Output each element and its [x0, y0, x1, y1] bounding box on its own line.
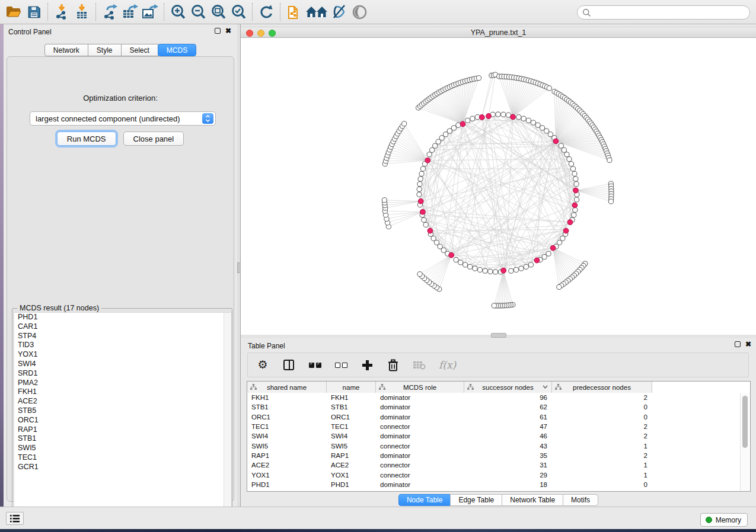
save-session-button[interactable] — [24, 2, 44, 21]
table-row[interactable]: TEC1TEC1connector472 — [247, 422, 741, 431]
import-network-button[interactable] — [52, 2, 72, 21]
task-history-button[interactable] — [6, 512, 24, 525]
unchecked-boxes-icon — [335, 363, 347, 368]
tab-network-table[interactable]: Network Table — [502, 494, 563, 506]
mcds-result-item[interactable]: STB5 — [14, 406, 231, 416]
mcds-result-item[interactable]: SWI4 — [14, 360, 231, 369]
settings-gear-button[interactable]: ⚙ — [256, 358, 269, 372]
delete-table-button-disabled — [413, 358, 426, 372]
close-panel-button[interactable]: Close panel — [123, 132, 184, 146]
mcds-result-item[interactable]: GCR1 — [14, 463, 231, 472]
mcds-result-item[interactable]: SWI5 — [14, 444, 231, 453]
zoom-out-icon — [190, 4, 206, 20]
function-builder-button-disabled: f(x) — [439, 358, 456, 372]
node-table[interactable]: shared namenameMCDS rolesuccessor nodesp… — [247, 381, 751, 492]
table-scrollbar-thumb[interactable] — [742, 396, 748, 448]
window-minimize-button[interactable] — [257, 30, 264, 37]
table-row[interactable]: SWI4SWI4dominator462 — [247, 431, 741, 441]
memory-button[interactable]: Memory — [700, 513, 748, 527]
table-row[interactable]: RAP1RAP1dominator352 — [247, 451, 741, 460]
network-graph-svg[interactable] — [241, 38, 756, 335]
network-canvas[interactable] — [241, 38, 756, 335]
tab-style[interactable]: Style — [88, 44, 122, 56]
horizontal-splitter-handle[interactable] — [491, 333, 506, 338]
add-column-button[interactable] — [361, 358, 374, 372]
mcds-result-item[interactable]: PMA2 — [14, 379, 231, 388]
cell-MCDS-role: connector — [376, 443, 464, 450]
tab-node-table[interactable]: Node Table — [398, 494, 451, 506]
window-maximize-button[interactable] — [269, 30, 276, 37]
mcds-result-item[interactable]: TEC1 — [14, 453, 231, 463]
criterion-select[interactable]: largest connected component (undirected) — [30, 111, 216, 126]
table-row[interactable]: YOX1YOX1connector291 — [247, 470, 741, 479]
float-table-panel-icon[interactable] — [735, 341, 741, 347]
zoom-fit-button[interactable] — [208, 2, 228, 21]
column-header-MCDS-role[interactable]: MCDS role — [376, 382, 464, 393]
export-table-button[interactable] — [120, 2, 140, 21]
mcds-result-item[interactable]: CAR1 — [14, 322, 231, 332]
main-toolbar — [0, 0, 756, 24]
window-close-button[interactable] — [246, 30, 253, 37]
import-table-button[interactable] — [72, 2, 92, 21]
mcds-result-item[interactable]: PHD1 — [14, 313, 231, 322]
open-folder-icon — [6, 5, 21, 18]
mcds-result-item[interactable]: STP4 — [14, 332, 231, 341]
search-input[interactable] — [591, 8, 749, 17]
mcds-list-scrollbar[interactable] — [224, 313, 231, 527]
tab-mcds[interactable]: MCDS — [158, 44, 196, 56]
run-mcds-button[interactable]: Run MCDS — [57, 132, 116, 146]
column-header-successor-nodes[interactable]: successor nodes — [464, 382, 552, 393]
close-table-panel-icon[interactable]: ✖ — [745, 341, 751, 347]
mcds-result-item[interactable]: FKH1 — [14, 387, 231, 397]
mcds-result-item[interactable]: TID3 — [14, 341, 231, 350]
select-all-button[interactable] — [308, 358, 321, 372]
deselect-all-button[interactable] — [334, 358, 347, 372]
float-panel-icon[interactable] — [215, 28, 221, 34]
tab-network[interactable]: Network — [44, 44, 88, 56]
toolbar-separator — [95, 3, 96, 21]
right-region: YPA_prune.txt_1 Table Panel ✖ ⚙ — [241, 24, 756, 507]
preview-eye-button[interactable] — [349, 2, 369, 21]
table-row[interactable]: ACE2ACE2connector311 — [247, 460, 741, 470]
show-columns-button[interactable] — [282, 358, 295, 372]
search-box[interactable] — [577, 5, 750, 20]
mcds-result-list[interactable]: PHD1CAR1STP4TID3YOX1SWI4SRD1PMA2FKH1ACE2… — [14, 312, 232, 528]
export-image-button[interactable] — [140, 2, 160, 21]
tab-motifs[interactable]: Motifs — [563, 494, 598, 506]
toolbar-separator — [47, 3, 48, 21]
hide-annotations-button[interactable] — [329, 2, 349, 21]
network-window-title: YPA_prune.txt_1 — [241, 28, 756, 37]
open-session-button[interactable] — [4, 2, 24, 21]
mcds-result-item[interactable]: ACE2 — [14, 397, 231, 406]
mcds-result-item[interactable]: ORC1 — [14, 416, 231, 425]
zoom-out-button[interactable] — [188, 2, 208, 21]
share-network-document-button[interactable] — [284, 2, 304, 21]
table-row[interactable]: STB1STB1dominator620 — [247, 402, 741, 412]
tab-select[interactable]: Select — [121, 44, 158, 56]
criterion-select-value: largest connected component (undirected) — [36, 114, 180, 123]
close-panel-icon[interactable]: ✖ — [225, 28, 231, 34]
search-icon — [582, 8, 591, 17]
column-header-predecessor-nodes[interactable]: predecessor nodes — [552, 382, 652, 393]
delete-column-button[interactable] — [387, 358, 400, 372]
table-scrollbar[interactable] — [740, 393, 749, 491]
column-header-name[interactable]: name — [327, 382, 376, 393]
refresh-button[interactable] — [256, 2, 276, 21]
zoom-selected-button[interactable] — [228, 2, 248, 21]
table-row[interactable]: PHD1PHD1dominator180 — [247, 480, 741, 489]
mcds-result-item[interactable]: RAP1 — [14, 425, 231, 435]
zoom-selected-icon — [231, 4, 247, 20]
zoom-in-button[interactable] — [168, 2, 188, 21]
mcds-result-item[interactable]: YOX1 — [14, 350, 231, 360]
mcds-result-item[interactable]: STB1 — [14, 434, 231, 444]
network-window-titlebar[interactable]: YPA_prune.txt_1 — [241, 27, 756, 38]
cell-predecessor-nodes: 2 — [552, 394, 652, 401]
export-network-button[interactable] — [100, 2, 120, 21]
column-header-shared-name[interactable]: shared name — [247, 382, 327, 393]
tab-edge-table[interactable]: Edge Table — [450, 494, 502, 506]
home-networks-button[interactable] — [304, 2, 329, 21]
table-row[interactable]: ORC1ORC1dominator610 — [247, 412, 741, 422]
table-row[interactable]: SWI5SWI5connector431 — [247, 441, 741, 450]
mcds-result-item[interactable]: SRD1 — [14, 369, 231, 379]
table-row[interactable]: FKH1FKH1dominator962 — [247, 393, 741, 402]
